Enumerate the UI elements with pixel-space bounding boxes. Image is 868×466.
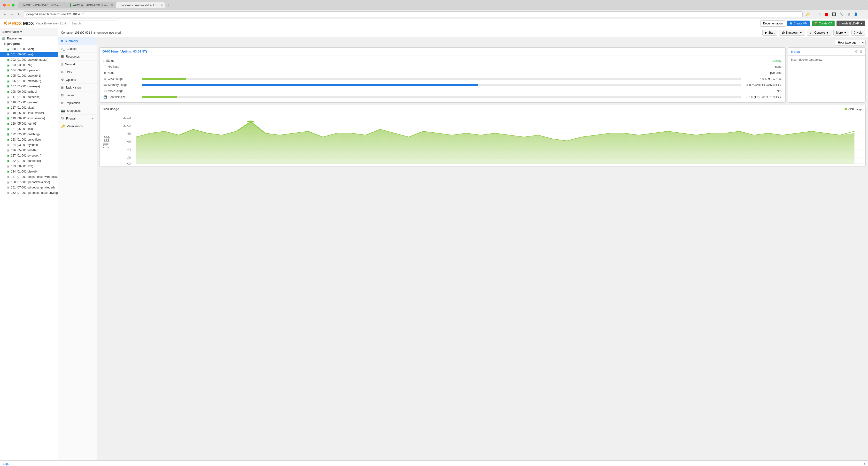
nav-item-firewall[interactable]: 🛡 Firewall ▶ (58, 115, 97, 123)
sidebar-item-101[interactable]: ▣ 101 (00-001-jms) (0, 52, 58, 57)
sidebar-item-150[interactable]: ▣ 150 (07-001-tpl-docker-alpine) (0, 179, 58, 185)
mem-label: ≡≡ Memory usage (103, 83, 142, 87)
share-icon: ↑ (812, 12, 816, 17)
sidebar-item-133[interactable]: ▣ 133 (00-001-ivre) (0, 164, 58, 169)
dns-icon: ⊕ (61, 70, 64, 74)
notes-refresh-button[interactable]: ↺ (855, 49, 858, 54)
tab-close-1[interactable]: ✕ (63, 4, 65, 6)
header-actions: Documentation 🖥 Create VM 📦 Create CT jm… (761, 20, 865, 27)
time-select-dropdown[interactable]: Hour (average) Day (average) Week (avera… (835, 40, 866, 45)
sidebar-item-103[interactable]: ▣ 103 (03-001-elk) (0, 62, 58, 68)
ha-state-row: ⛶ HA State none (103, 64, 781, 70)
sidebar-item-106[interactable]: ▣ 106 (01-001-crawlab-2) (0, 78, 58, 84)
nav-item-options[interactable]: ⚙ Options (58, 76, 97, 84)
sidebar-item-107[interactable]: ▣ 107 (01-001-hawkeye) (0, 84, 58, 89)
user-menu-button[interactable]: jmeade@LDAP ▼ (837, 21, 865, 26)
browser-nav-actions: 🔑 ↑ ☆ ⬤ 🔲 🔧 🖥 👤 ⋮ (805, 12, 866, 17)
tab-close-2[interactable]: ✕ (111, 4, 113, 6)
ext-icon-2: 🔲 (831, 12, 837, 17)
nav-item-summary[interactable]: ≡ Summary (58, 37, 97, 45)
browser-tab-3[interactable]: pve-prod - Proxmox Virtual En... ✕ (116, 2, 165, 8)
tab-close-3[interactable]: ✕ (161, 4, 163, 6)
swap-label: ↕ SWAP usage (103, 89, 142, 93)
address-bar[interactable] (24, 11, 803, 17)
nav-item-console[interactable]: >_ Console (58, 45, 97, 53)
sidebar-item-132[interactable]: ▣ 132 (01-001-quantaxis) (0, 158, 58, 164)
sidebar-item-151[interactable]: ▣ 151 (07-001-tpl-debian-privileged) (0, 185, 58, 190)
nav-item-dns[interactable]: ⊕ DNS (58, 68, 97, 76)
sidebar-item-111[interactable]: ▣ 111 (01-001-dataease) (0, 94, 58, 100)
create-vm-button[interactable]: 🖥 Create VM (787, 21, 810, 26)
nav-item-resources[interactable]: ☰ Resources (58, 53, 97, 61)
minimize-dot[interactable] (7, 4, 10, 6)
status-label: ℹ Status (103, 59, 142, 62)
shutdown-button[interactable]: ⏻ Shutdown ▼ (779, 30, 805, 36)
sidebar-item-104[interactable]: ▣ 104 (00-001-openvas) (0, 68, 58, 73)
node-icon: ▣ (103, 71, 106, 74)
sidebar-item-118[interactable]: ▣ 118 (05-001-linux-smiller) (0, 110, 58, 115)
docs-button[interactable]: Documentation (761, 20, 785, 27)
browser-tab-1[interactable]: 仪表盘 - JumpServer 开源堡垒... ✕ (19, 2, 67, 8)
sidebar-item-105[interactable]: ▣ 105 (01-001-crawlab-1) (0, 73, 58, 78)
sidebar-item-127[interactable]: ▣ 127 (01-001-ev-search) (0, 153, 58, 158)
nav-item-task-history[interactable]: ⊞ Task History (58, 84, 97, 92)
sidebar-item-134[interactable]: ▣ 134 (01-001-bizweb) (0, 169, 58, 174)
console-chevron: ▼ (826, 31, 829, 34)
sidebar-item-124[interactable]: ▣ 124 (03-001-eyebox) (0, 142, 58, 147)
stats-table: ℹ Status running ⛶ (103, 58, 781, 100)
disk-icon: 💾 (103, 95, 107, 99)
more-button[interactable]: More ▼ (833, 30, 849, 36)
reload-button[interactable]: ↻ (17, 12, 22, 17)
forward-button[interactable]: → (10, 12, 15, 17)
sidebar-item-116[interactable]: ▣ 116 (01-001-grafana) (0, 100, 58, 105)
resources-icon: ☰ (61, 55, 64, 58)
back-button[interactable]: ← (2, 12, 8, 17)
sidebar-item-100[interactable]: ▣ 100 (07-001-vnet) (0, 46, 58, 52)
new-tab-button[interactable]: + (165, 3, 171, 8)
sidebar-item-pve-prod[interactable]: 🖥 pve-prod (0, 41, 58, 46)
close-dot[interactable] (3, 4, 6, 6)
help-button[interactable]: ? Help (851, 30, 865, 36)
sidebar-item-123[interactable]: ▣ 123 (01-001-onlyoffice) (0, 137, 58, 142)
sidebar-item-117[interactable]: ▣ 117 (01-001-gitlab) (0, 105, 58, 110)
create-ct-button[interactable]: 📦 Create CT (812, 21, 835, 26)
nav-item-network[interactable]: ⎘ Network (58, 61, 97, 68)
notes-settings-button[interactable]: ⚙ (859, 49, 862, 54)
ct-icon-127: ▣ (7, 154, 9, 157)
sidebar-item-122[interactable]: ▣ 122 (02-001-onething) (0, 132, 58, 137)
summary-notes-row: 00-001-jms (Uptime: 03:08:57) ℹ Status (99, 47, 866, 103)
notes-content: insert docker part below (791, 58, 822, 62)
start-button[interactable]: ▶ Start (763, 30, 777, 36)
header-search[interactable] (69, 21, 757, 26)
ct-info-body: ℹ Status running ⛶ (99, 56, 785, 102)
nav-item-backup[interactable]: ⊡ Backup (58, 92, 97, 99)
notes-header: Notes ↺ ⚙ (788, 48, 865, 56)
cpu-progress-text: 7.36% of 2 CPU(s) (743, 77, 781, 80)
snapshots-icon: 📷 (61, 109, 65, 112)
sidebar-item-datacenter[interactable]: 🏢 Datacenter (0, 36, 58, 41)
sidebar-item-119[interactable]: ▣ 119 (00-001-linux-jmeade) (0, 115, 58, 121)
browser-frame: 仪表盘 - JumpServer 开源堡垒... ✕ Web终端 - JumpS… (0, 0, 868, 466)
search-input[interactable] (69, 21, 117, 26)
nav-item-snapshots[interactable]: 📷 Snapshots (58, 107, 97, 115)
tab-label-1: 仪表盘 - JumpServer 开源堡垒... (23, 3, 61, 7)
sidebar-item-152[interactable]: ▣ 152 (07-001-tpl-debian-base-privileged… (0, 190, 58, 196)
console-button[interactable]: ▷_ Console ▼ (807, 30, 832, 36)
sidebar-item-121[interactable]: ▣ 121 (05-001-kali) (0, 126, 58, 132)
sidebar-item-102[interactable]: ▣ 102 (01-001-crawlab-master) (0, 57, 58, 62)
logs-bar[interactable]: Logs ↑ (0, 460, 868, 466)
cpu-progress-bar (142, 78, 741, 80)
svg-text:CPU usage: CPU usage (102, 136, 111, 148)
bootdisk-progress-bar (142, 96, 741, 98)
ha-icon: ⛶ (103, 65, 106, 68)
tab-label-2: Web终端 - JumpServer 开源... (73, 3, 108, 7)
sidebar-item-108[interactable]: ▣ 108 (06-001-vulhub) (0, 89, 58, 94)
maximize-dot[interactable] (11, 4, 14, 6)
nav-item-permissions[interactable]: 🔑 Permissions (58, 123, 97, 130)
nav-item-replication[interactable]: ⟳ Replication (58, 99, 97, 107)
left-nav: ≡ Summary >_ Console ☰ Resources ⎘ (58, 37, 97, 460)
sidebar-item-120[interactable]: ▣ 120 (05-001-test-01) (0, 121, 58, 126)
sidebar-item-147[interactable]: ▣ 147 (07-001-debian-base-with-docker-p) (0, 174, 58, 179)
browser-tab-2[interactable]: Web终端 - JumpServer 开源... ✕ (67, 2, 116, 8)
sidebar-item-126[interactable]: ▣ 126 (05-001-test-02) (0, 147, 58, 153)
